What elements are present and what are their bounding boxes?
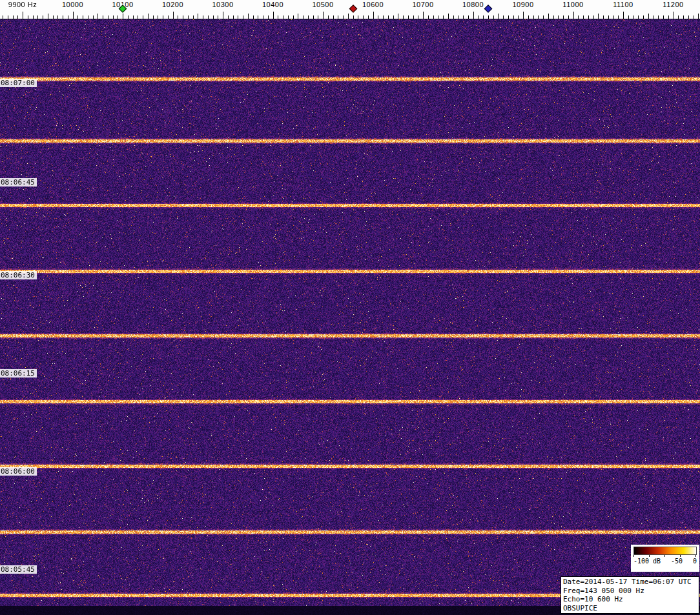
ruler-tick <box>118 15 118 19</box>
ruler-tick <box>623 12 624 19</box>
ruler-tick <box>674 12 674 19</box>
ruler-tick <box>248 14 249 19</box>
frequency-ruler: 9900 Hz100001010010200103001040010500106… <box>0 0 700 19</box>
ruler-tick <box>193 15 194 19</box>
ruler-tick <box>488 15 489 19</box>
ruler-tick <box>103 15 103 19</box>
ruler-tick <box>588 15 589 19</box>
colorbar-label-min: -100 dB <box>633 558 661 565</box>
ruler-tick <box>48 14 48 19</box>
ruler-tick <box>108 15 108 19</box>
ruler-label: 10400 <box>262 1 283 8</box>
ruler-tick <box>28 15 28 19</box>
ruler-tick <box>418 15 418 19</box>
ruler-tick <box>648 14 649 19</box>
time-label: 08:06:30 <box>0 271 37 279</box>
ruler-label: 10800 <box>462 1 484 8</box>
ruler-tick <box>694 15 694 19</box>
time-label: 08:07:00 <box>0 79 37 87</box>
ruler-tick <box>523 12 524 19</box>
colorbar: -100 dB -50 0 <box>631 545 699 572</box>
ruler-tick <box>303 15 304 19</box>
ruler-tick <box>343 15 344 19</box>
ruler-tick <box>473 12 474 19</box>
ruler-tick <box>663 15 664 19</box>
ruler-tick <box>513 15 514 19</box>
ruler-tick <box>273 12 274 19</box>
ruler-tick <box>93 15 94 19</box>
colorbar-gradient <box>633 547 697 555</box>
ruler-tick <box>503 15 504 19</box>
ruler-tick <box>113 15 114 19</box>
ruler-tick <box>353 15 354 19</box>
ruler-tick <box>163 15 163 19</box>
ruler-tick <box>88 15 88 19</box>
info-station-name: OBSUPICE <box>563 604 697 613</box>
ruler-tick <box>77 15 78 19</box>
ruler-label: 10700 <box>412 1 433 8</box>
ruler-tick <box>333 15 334 19</box>
ruler-tick <box>278 15 278 19</box>
ruler-tick <box>438 15 438 19</box>
info-date-time: Date=2014-05-17 Time=06:07 UTC <box>563 578 697 587</box>
ruler-label: 11000 <box>562 1 583 8</box>
ruler-tick <box>233 15 234 19</box>
ruler-tick <box>148 14 149 19</box>
ruler-tick <box>3 15 3 19</box>
ruler-tick <box>228 15 229 19</box>
ruler-tick <box>313 15 314 19</box>
ruler-tick <box>373 12 374 19</box>
ruler-tick <box>578 15 579 19</box>
ruler-tick <box>383 15 384 19</box>
ruler-label: 11200 <box>663 1 683 8</box>
ruler-tick <box>238 15 238 19</box>
ruler-tick <box>603 15 604 19</box>
ruler-tick <box>23 12 23 19</box>
ruler-tick <box>178 15 178 19</box>
ruler-tick <box>138 15 138 19</box>
info-echo-frequency: Echo=10 600 Hz <box>563 595 697 604</box>
ruler-tick <box>643 15 644 19</box>
ruler-tick <box>263 15 263 19</box>
ruler-tick <box>128 15 129 19</box>
ruler-tick <box>433 15 434 19</box>
ruler-tick <box>288 15 289 19</box>
ruler-tick <box>133 15 134 19</box>
ruler-tick <box>463 15 464 19</box>
ruler-tick <box>358 15 358 19</box>
ruler-tick <box>403 15 404 19</box>
waterfall-display[interactable] <box>0 19 700 615</box>
ruler-tick <box>468 15 469 19</box>
ruler-tick <box>183 15 183 19</box>
ruler-tick <box>348 14 349 19</box>
ruler-tick <box>518 15 519 19</box>
ruler-tick <box>368 15 369 19</box>
ruler-tick <box>633 15 634 19</box>
ruler-label: 11100 <box>613 1 633 8</box>
time-label: 08:06:15 <box>0 369 37 378</box>
ruler-tick <box>298 14 298 19</box>
ruler-tick <box>533 15 534 19</box>
ruler-tick <box>243 15 243 19</box>
ruler-tick <box>508 15 509 19</box>
ruler-label: 10000 <box>62 1 83 8</box>
ruler-tick <box>378 15 378 19</box>
ruler-label: 10500 <box>312 1 333 8</box>
ruler-tick <box>478 15 479 19</box>
ruler-tick <box>453 15 454 19</box>
ruler-tick <box>548 14 549 19</box>
ruler-tick <box>698 14 699 19</box>
marker-blue-diamond[interactable] <box>484 5 492 13</box>
ruler-tick <box>563 15 564 19</box>
ruler-tick <box>158 15 158 19</box>
ruler-tick <box>308 15 309 19</box>
colorbar-ticks <box>633 555 697 557</box>
ruler-tick <box>37 15 38 19</box>
ruler-tick <box>153 15 154 19</box>
ruler-tick <box>558 15 559 19</box>
ruler-tick <box>528 15 529 19</box>
ruler-tick <box>498 14 499 19</box>
ruler-tick <box>678 15 679 19</box>
ruler-tick <box>168 15 169 19</box>
marker-red-diamond[interactable] <box>349 5 357 13</box>
